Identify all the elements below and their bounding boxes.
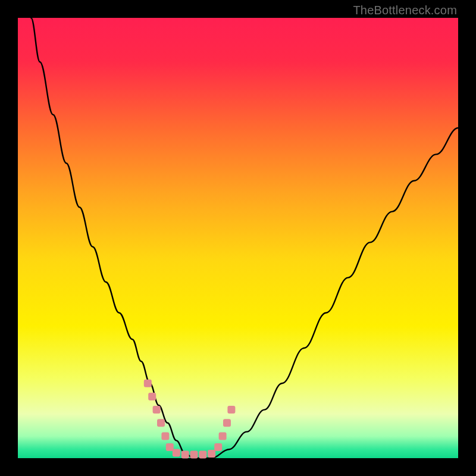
highlight-dot: [219, 433, 227, 440]
highlight-dot: [157, 419, 165, 427]
highlight-dot: [181, 451, 189, 459]
highlight-dot: [166, 443, 174, 451]
highlight-dot: [153, 406, 161, 414]
highlight-dot: [208, 450, 215, 458]
highlight-dot: [144, 380, 152, 387]
highlight-dot: [173, 449, 180, 457]
highlight-dot: [161, 433, 169, 440]
highlight-dot: [227, 406, 235, 414]
chart-svg: [18, 18, 458, 458]
highlight-dot: [199, 451, 206, 459]
highlight-dot: [190, 451, 198, 459]
highlight-dot: [223, 419, 231, 427]
watermark-text: TheBottleneck.com: [353, 4, 457, 17]
highlight-dot: [148, 393, 156, 400]
highlight-dot: [214, 443, 222, 451]
optimal-zone-markers: [144, 380, 236, 459]
bottleneck-curve: [31, 18, 458, 458]
